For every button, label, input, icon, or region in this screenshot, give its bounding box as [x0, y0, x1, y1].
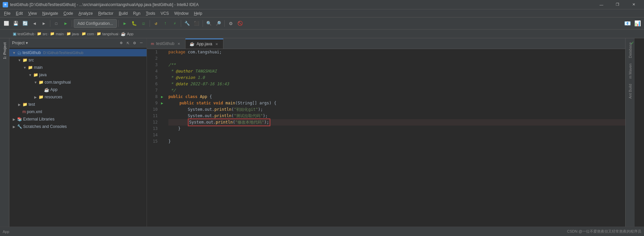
bc-app-icon: ☕ [121, 32, 126, 36]
toolbar-back-btn[interactable]: ◀ [30, 19, 39, 28]
toolbar-sep-6 [203, 20, 203, 27]
rs-maven[interactable]: m Maven [627, 61, 634, 81]
gutter-7 [160, 87, 167, 94]
line-num-6: 6 [147, 81, 158, 87]
tab-testgithub[interactable]: m testGithub ✕ [147, 39, 185, 49]
run-method-arrow[interactable]: ▶ [161, 101, 163, 105]
line-num-12: 12 [147, 119, 158, 126]
project-panel-label[interactable]: 1: Project [1, 40, 8, 62]
toolbar-sync-btn[interactable]: 🔄 [21, 19, 30, 28]
out-1: out [205, 106, 212, 113]
gutter-5 [160, 75, 167, 81]
tree-arrow-pom: ▶ [17, 110, 21, 114]
gutter-2 [160, 55, 167, 62]
toolbar-debug-btn[interactable]: 🐛 [130, 19, 139, 28]
bc-main-label: main [56, 32, 64, 36]
tree-item-src[interactable]: ▼ 📁 src [9, 56, 147, 64]
tab-testgithub-close[interactable]: ✕ [176, 42, 181, 46]
rs-ant-build[interactable]: Ant Build [627, 81, 634, 101]
restore-button[interactable]: ❐ [610, 0, 625, 9]
tree-icon-pom: m [22, 109, 26, 114]
bc-tangshuai-label: tangshuai [102, 32, 118, 36]
project-collapse-btn[interactable]: ⇱ [125, 40, 131, 46]
gutter-8[interactable]: ▶ [160, 94, 167, 100]
status-csdn-text: CSDN @一位不爱熬夜但又经常熬夜的程序员 [567, 229, 641, 234]
menu-edit[interactable]: Edit [13, 10, 25, 16]
menu-help[interactable]: Help [191, 10, 205, 16]
tab-appjava-icon: ☕ [190, 42, 195, 46]
bc-app[interactable]: ☕ App [121, 32, 133, 36]
tree-item-ext-libs[interactable]: ▶ 📚 External Libraries [9, 115, 147, 123]
menu-run[interactable]: Run [130, 10, 143, 16]
menu-view[interactable]: View [25, 10, 40, 16]
toolbar-btn3[interactable]: ☐ [52, 19, 61, 28]
tree-item-app[interactable]: ▶ ☕ App [9, 86, 147, 93]
menu-file[interactable]: File [1, 10, 13, 16]
project-scope-btn[interactable]: ⊕ [119, 40, 124, 46]
bc-testgithub-label: testGithub [17, 32, 34, 36]
bc-main[interactable]: 📁 main [50, 32, 64, 36]
tree-item-pom[interactable]: ▶ m pom.xml [9, 108, 147, 115]
tree-item-scratches[interactable]: ▶ 🔧 Scratches and Consoles [9, 123, 147, 130]
tree-item-main[interactable]: ▼ 📁 main [9, 64, 147, 71]
toolbar-search[interactable]: 🔍 [205, 19, 213, 28]
tree-item-java[interactable]: ▼ 📁 java [9, 71, 147, 79]
bc-java[interactable]: 📁 java [66, 32, 79, 36]
toolbar-git-push[interactable]: ↑ [161, 19, 170, 28]
toolbar-terminal[interactable]: ⬛ [192, 19, 201, 28]
gutter-9[interactable]: ▶ [160, 100, 167, 106]
bc-testGithub[interactable]: ▣ testGithub [13, 32, 34, 36]
tree-item-resources[interactable]: ▶ 📁 resources [9, 93, 147, 101]
menu-vcs[interactable]: VCS [158, 10, 172, 16]
close-button[interactable]: ✕ [626, 0, 641, 9]
code-editor[interactable]: 1 2 3 4 5 6 7 8 9 10 11 12 13 14 15 [147, 49, 635, 227]
kw-void: void [213, 100, 223, 106]
param-args: args [259, 100, 269, 106]
tree-icon-app: ☕ [44, 87, 49, 92]
menu-navigate[interactable]: Navigate [40, 10, 61, 16]
menu-code[interactable]: Code [61, 10, 76, 16]
toolbar-sep-4 [150, 20, 150, 27]
gutter-1 [160, 49, 167, 55]
toolbar-project-btn[interactable]: ⬜ [2, 19, 11, 28]
tree-item-com-tangshuai[interactable]: ▼ 📁 com.tangshuai [9, 79, 147, 86]
add-configuration-button[interactable]: Add Configuration... [74, 19, 117, 28]
menu-build[interactable]: Build [116, 10, 130, 16]
toolbar-git-icon2[interactable]: 📊 [633, 19, 642, 28]
code-line-8: public class App { [168, 94, 633, 100]
tree-item-testgithub[interactable]: ▼ 🗂 testGithub D:\GithubTest\testGithub [9, 49, 147, 56]
toolbar-git-revert[interactable]: ↺ [152, 19, 160, 28]
run-class-arrow[interactable]: ▶ [161, 95, 163, 99]
tab-appjava-close[interactable]: ✕ [214, 42, 219, 46]
project-settings-btn[interactable]: ⚙ [132, 40, 137, 46]
bc-src[interactable]: 📁 src [37, 32, 48, 36]
toolbar-forward-btn[interactable]: ▶ [40, 19, 48, 28]
comment-version-star: * [168, 75, 176, 81]
project-hide-btn[interactable]: — [139, 40, 144, 46]
toolbar-git-pull[interactable]: ⚡ [170, 19, 179, 28]
bc-tangshuai[interactable]: 📁 tangshuai [97, 32, 118, 36]
toolbar-git-icon1[interactable]: 📧 [623, 19, 632, 28]
toolbar-btn4[interactable]: ▶ [61, 19, 70, 28]
bc-com-icon: 📁 [82, 32, 86, 36]
toolbar-find-in-path[interactable]: 🔎 [214, 19, 223, 28]
menu-refactor[interactable]: Refactor [96, 10, 116, 16]
gutter-12 [160, 119, 167, 126]
toolbar-wrench[interactable]: 🔧 [183, 19, 192, 28]
code-content[interactable]: package com.tangshuai; /** * @author TAN… [167, 49, 635, 227]
tab-appjava[interactable]: ☕ App.java ✕ [185, 39, 223, 49]
code-line-4: * @author TANGSHUAI [168, 68, 633, 75]
toolbar-coverage-btn[interactable]: ☑ [139, 19, 148, 28]
toolbar-run-btn[interactable]: ▶ [120, 19, 129, 28]
bc-com[interactable]: 📁 com [82, 32, 94, 36]
toolbar-settings1[interactable]: ⚙ [226, 19, 235, 28]
system-out-1: System [188, 106, 202, 113]
toolbar-settings2[interactable]: 🚫 [236, 19, 245, 28]
tree-item-test[interactable]: ▶ 📁 test [9, 101, 147, 108]
toolbar-sep-5 [181, 20, 181, 27]
menu-analyze[interactable]: Analyze [76, 10, 96, 16]
menu-window[interactable]: Window [171, 10, 191, 16]
minimize-button[interactable]: — [594, 0, 609, 9]
toolbar-save-btn[interactable]: 💾 [11, 19, 20, 28]
menu-tools[interactable]: Tools [143, 10, 158, 16]
